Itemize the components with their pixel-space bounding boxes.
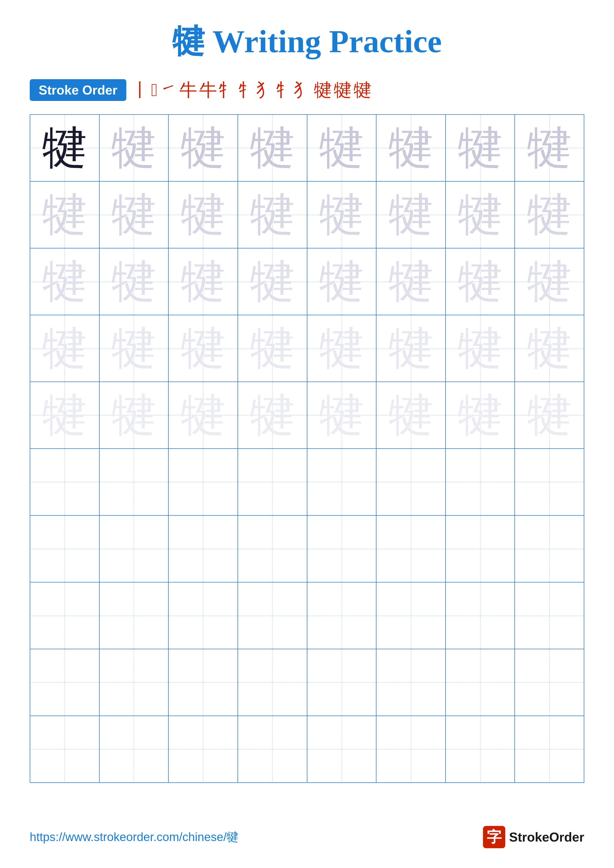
grid-cell [238,582,307,649]
char-display: 犍 [250,326,295,370]
table-row: 犍 犍 犍 犍 犍 犍 犍 犍 [30,315,584,382]
grid-cell: 犍 [238,181,307,248]
grid-cell: 犍 [168,248,238,315]
grid-cell: 犍 [515,115,584,181]
char-display: 犍 [458,192,502,237]
stroke-11: 犍 [354,78,372,102]
grid-cell: 犍 [376,315,446,382]
char-display: 犍 [319,393,364,437]
char-display: 犍 [112,126,156,170]
char-display: 犍 [181,393,225,437]
grid-cell [307,582,376,649]
char-display: 犍 [527,393,572,437]
stroke-sequence: 丨 𠃌 ㇀ 牛 牛 牜 牜犭 牜犭 犍 犍 犍 [131,78,372,102]
grid-cell: 犍 [99,115,169,181]
table-row [30,716,584,783]
char-display: 犍 [181,192,225,237]
grid-cell [376,582,446,649]
stroke-1: 丨 [131,78,149,102]
char-display: 犍 [112,326,156,370]
grid-cell: 犍 [99,181,169,248]
grid-cell [168,515,238,582]
stroke-9: 犍 [314,78,332,102]
grid-cell: 犍 [446,181,515,248]
grid-cell [376,649,446,716]
stroke-2: 𠃌 [151,80,157,101]
char-display: 犍 [527,126,572,170]
grid-cell: 犍 [515,248,584,315]
char-display: 犍 [319,192,364,237]
grid-cell: 犍 [376,248,446,315]
char-display: 犍 [458,393,502,437]
grid-cell [446,449,515,515]
grid-cell [99,716,169,783]
char-display: 犍 [389,126,433,170]
grid-cell: 犍 [515,181,584,248]
char-display: 犍 [527,192,572,237]
grid-cell: 犍 [99,382,169,449]
char-display: 犍 [42,326,87,370]
grid-cell [99,449,169,515]
grid-cell: 犍 [30,315,99,382]
grid-cell: 犍 [30,181,99,248]
grid-cell [446,582,515,649]
footer-url[interactable]: https://www.strokeorder.com/chinese/犍 [30,829,238,845]
char-display: 犍 [112,259,156,304]
grid-cell: 犍 [238,315,307,382]
char-display: 犍 [250,126,295,170]
grid-cell [238,449,307,515]
grid-cell [30,716,99,783]
grid-cell: 犍 [446,248,515,315]
grid-cell [446,649,515,716]
grid-cell: 犍 [446,382,515,449]
stroke-order-row: Stroke Order 丨 𠃌 ㇀ 牛 牛 牜 牜犭 牜犭 犍 犍 犍 [30,78,584,102]
title-text: Writing Practice [205,23,442,59]
char-display: 犍 [458,326,502,370]
grid-cell: 犍 [307,115,376,181]
stroke-6: 牜 [219,78,237,102]
grid-cell [376,449,446,515]
char-display: 犍 [42,393,87,437]
char-display: 犍 [527,326,572,370]
grid-cell [376,716,446,783]
char-display: 犍 [319,326,364,370]
grid-cell: 犍 [30,248,99,315]
grid-cell: 犍 [307,315,376,382]
grid-cell [515,515,584,582]
char-display: 犍 [181,126,225,170]
grid-cell: 犍 [446,115,515,181]
grid-cell [99,582,169,649]
grid-cell: 犍 [307,181,376,248]
logo-text: StrokeOrder [509,830,584,845]
char-display: 犍 [112,192,156,237]
grid-cell: 犍 [238,248,307,315]
char-display: 犍 [250,259,295,304]
char-display: 犍 [389,192,433,237]
grid-cell [307,716,376,783]
table-row [30,582,584,649]
grid-cell: 犍 [168,181,238,248]
char-display: 犍 [458,259,502,304]
grid-cell: 犍 [376,382,446,449]
char-display: 犍 [181,326,225,370]
stroke-5: 牛 [199,78,217,102]
grid-cell: 犍 [30,382,99,449]
stroke-order-badge: Stroke Order [30,79,126,101]
char-display: 犍 [181,259,225,304]
grid-cell [168,449,238,515]
grid-cell [168,649,238,716]
page: 犍 Writing Practice Stroke Order 丨 𠃌 ㇀ 牛 … [0,0,614,868]
grid-cell [446,716,515,783]
grid-cell [238,515,307,582]
grid-cell: 犍 [30,115,99,181]
grid-cell [238,716,307,783]
table-row: 犍 犍 犍 犍 犍 犍 犍 犍 [30,382,584,449]
char-display: 犍 [42,126,87,170]
footer: https://www.strokeorder.com/chinese/犍 字 … [30,826,584,848]
grid-cell [307,515,376,582]
grid-cell [168,716,238,783]
grid-cell [307,449,376,515]
grid-cell: 犍 [238,115,307,181]
grid-cell: 犍 [307,248,376,315]
grid-cell [30,515,99,582]
